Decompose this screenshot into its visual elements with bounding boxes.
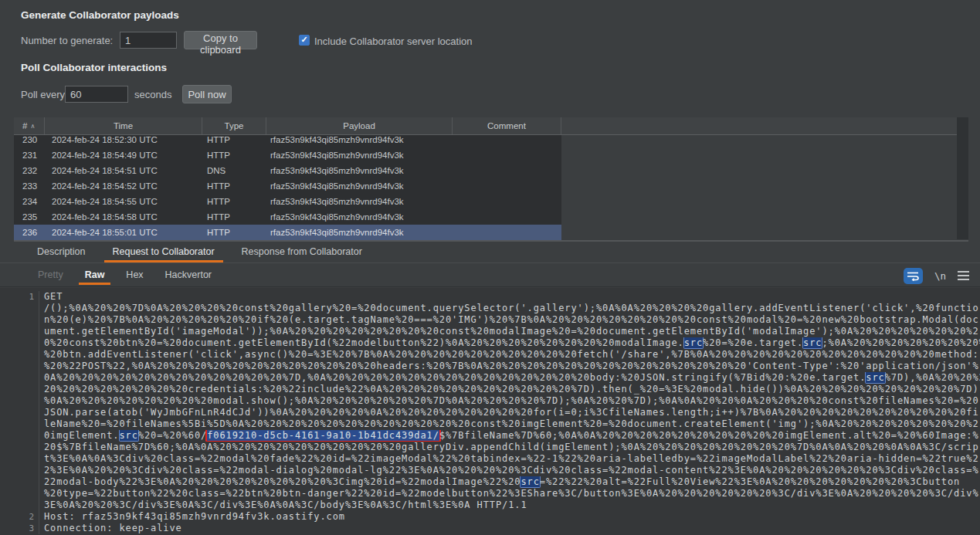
column-header-filler (561, 117, 968, 134)
view-tab-raw[interactable]: Raw (78, 264, 112, 286)
editor-line: n%20(e)%20%7B%0A%20%20%20%20%20%20if%20(… (21, 314, 980, 326)
interaction-row-232[interactable]: 2322024-feb-24 18:54:51 UTCDNSrfaz53n9kf… (14, 163, 561, 178)
cell-payload: rfaz53n9kf43qi85mzh9vnrd94fv3k (266, 163, 453, 178)
number-to-generate-input[interactable] (120, 32, 177, 49)
copy-to-clipboard-button[interactable]: Copy to clipboard (184, 31, 257, 49)
table-header-row: # ∧ Time Type Payload Comment (14, 117, 968, 135)
view-tab-pretty[interactable]: Pretty (31, 264, 70, 286)
show-newlines-toggle[interactable]: \n (934, 270, 946, 282)
editor-line: 0A%20%20%20%20%20%20%20%20%20%20%20%20%7… (21, 372, 980, 384)
include-server-location-checkbox[interactable] (299, 35, 310, 46)
editor-line: %20type=%22button%22%20class=%22btn%20bt… (21, 488, 980, 499)
line-number: 1 (21, 291, 39, 303)
column-header-payload[interactable]: Payload (266, 117, 453, 134)
generate-payloads-title: Generate Collaborator payloads (21, 9, 179, 21)
tab-request-to-collaborator[interactable]: Request to Collaborator (102, 242, 226, 262)
view-tab-hex[interactable]: Hex (119, 264, 150, 286)
poll-interval-input[interactable] (65, 86, 128, 103)
line-number (21, 430, 39, 442)
editor-line: ument.getElementById('imageModal'));%0A%… (21, 326, 980, 337)
cell-num: 233 (14, 178, 45, 194)
line-number (21, 314, 39, 326)
cell-comment (453, 194, 558, 209)
column-header-number[interactable]: # ∧ (14, 117, 45, 134)
line-number: 3 (21, 523, 39, 534)
column-header-time[interactable]: Time (45, 117, 202, 134)
interaction-row-234[interactable]: 2342024-feb-24 18:54:55 UTCHTTPrfaz53n9k… (14, 194, 561, 209)
tab-description[interactable]: Description (26, 242, 97, 262)
interaction-row-231[interactable]: 2312024-feb-24 18:54:49 UTCHTTPrfaz53n9k… (14, 147, 561, 163)
cell-num: 230 (14, 135, 45, 147)
line-number (21, 395, 39, 407)
editor-line: 20$%7BfileName%7D%60;%0A%0A%20%20%20%20%… (21, 442, 980, 453)
poll-interactions-title: Poll Collaborator interactions (21, 62, 167, 73)
line-number (21, 442, 39, 453)
cell-type: HTTP (202, 135, 266, 147)
hamburger-menu-icon[interactable] (958, 271, 969, 280)
raw-request-editor[interactable]: 1GET/();%0A%20%20%7D%0A%20%20%20%20const… (0, 288, 980, 535)
table-vertical-scrollbar[interactable] (957, 117, 968, 239)
cell-comment (453, 209, 558, 225)
sort-ascending-icon: ∧ (30, 123, 35, 130)
cell-payload: rfaz53n9kf43qi85mzh9vnrd94fv3k (266, 147, 453, 163)
editor-line: JSON.parse(atob('WyJmbGFnLnR4dCJd'))%0A%… (21, 407, 980, 418)
cell-type: HTTP (202, 194, 266, 209)
editor-line: 22modal-body%22%3E%0A%20%20%20%20%20%20%… (21, 476, 980, 488)
cell-time: 2024-feb-24 18:54:52 UTC (45, 178, 202, 194)
cell-time: 2024-feb-24 18:54:49 UTC (45, 147, 202, 163)
cell-payload: rfaz53n9kf43qi85mzh9vnrd94fv3k (266, 178, 453, 194)
line-number (21, 384, 39, 395)
line-number (21, 303, 39, 314)
interaction-row-235[interactable]: 2352024-feb-24 18:54:58 UTCHTTPrfaz53n9k… (14, 209, 561, 225)
cell-time: 2024-feb-24 18:54:55 UTC (45, 194, 202, 209)
view-tab-hackvertor[interactable]: Hackvertor (158, 264, 219, 286)
editor-line: 0imgElement.src%20=%20%60/f0619210-d5cb-… (21, 430, 980, 442)
cell-type: DNS (202, 163, 266, 178)
poll-now-button[interactable]: Poll now (182, 85, 232, 103)
table-body: 2302024-feb-24 18:52:30 UTCHTTPrfaz53n9k… (14, 135, 968, 240)
line-number (21, 361, 39, 372)
line-number: 2 (21, 511, 39, 523)
cell-time: 2024-feb-24 18:54:51 UTC (45, 163, 202, 178)
interaction-row-233[interactable]: 2332024-feb-24 18:54:52 UTCHTTPrfaz53n9k… (14, 178, 561, 194)
cell-type: HTTP (202, 147, 266, 163)
interaction-row-236[interactable]: 2362024-feb-24 18:55:01 UTCHTTPrfaz53n9k… (14, 225, 561, 240)
line-number (21, 407, 39, 418)
line-number (21, 326, 39, 337)
search-match-highlight: src (866, 372, 884, 383)
line-number (21, 349, 39, 361)
line-number (21, 418, 39, 430)
cell-type: HTTP (202, 209, 266, 225)
seconds-label: seconds (134, 89, 171, 100)
editor-line: 3E%0A%20%20%3C/div%3E%0A%3C/div%3E%0A%0A… (21, 499, 980, 511)
word-wrap-toggle-icon[interactable] (904, 268, 923, 284)
line-number (21, 465, 39, 476)
cell-payload: rfaz53n9kf43qi85mzh9vnrd94fv3k (266, 194, 453, 209)
interactions-table: # ∧ Time Type Payload Comment 2302024-fe… (14, 117, 968, 242)
search-match-highlight: src (521, 476, 539, 487)
cell-num: 232 (14, 163, 45, 178)
cell-time: 2024-feb-24 18:52:30 UTC (45, 135, 202, 147)
cell-comment (453, 178, 558, 194)
editor-line: t%3E%0A%0A%3Cdiv%20class=%22modal%20fade… (21, 453, 980, 465)
line-number (21, 372, 39, 384)
line-number (21, 488, 39, 499)
message-view-tab-bar: PrettyRawHexHackvertor (0, 264, 980, 287)
cell-payload: rfaz53n9kf43qi85mzh9vnrd94fv3k (266, 209, 453, 225)
line-number (21, 476, 39, 488)
search-match-highlight: src (803, 337, 822, 348)
cell-comment (453, 147, 558, 163)
tab-response-from-collaborator[interactable]: Response from Collaborator (231, 242, 373, 262)
editor-line: 2%3E%0A%20%20%3Cdiv%20class=%22modal-dia… (21, 465, 980, 476)
editor-line: %20btn.addEventListener('click',async()%… (21, 349, 980, 361)
editor-line: 1GET (21, 291, 980, 303)
editor-line: /();%0A%20%20%7D%0A%20%20%20%20const%20g… (21, 303, 980, 314)
cell-num: 236 (14, 225, 45, 240)
editor-line: leName%20=%20fileNames%5Bi%5D%0A%20%20%2… (21, 418, 980, 430)
poll-every-label: Poll every (21, 89, 65, 100)
column-header-comment[interactable]: Comment (453, 117, 561, 134)
interaction-row-230[interactable]: 2302024-feb-24 18:52:30 UTCHTTPrfaz53n9k… (14, 135, 561, 147)
cell-payload: rfaz53n9kf43qi85mzh9vnrd94fv3k (266, 135, 453, 147)
column-header-type[interactable]: Type (202, 117, 266, 134)
editor-line: 3Connection: keep-alive (21, 523, 980, 534)
